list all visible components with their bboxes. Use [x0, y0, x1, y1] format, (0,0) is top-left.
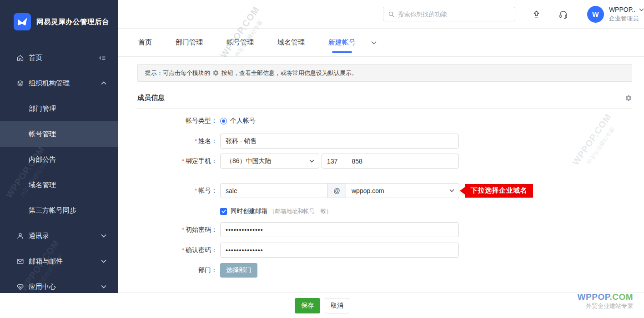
notice-text-after: 按钮，查看全部信息，或将常用信息设为默认展示。	[221, 69, 357, 77]
create-mailbox-row: 同时创建邮箱 （邮箱地址和帐号一致）	[220, 207, 644, 215]
account-input[interactable]	[220, 183, 328, 198]
sidebar-menu: 首页 组织机构管理 部门管理 帐号管理 内部公告 域名管理 第三方帐号同步 通讯…	[0, 45, 118, 293]
password-row: *初始密码：	[137, 222, 644, 237]
name-label: *姓名：	[137, 137, 217, 145]
sidebar-item-department-management[interactable]: 部门管理	[0, 96, 118, 121]
sidebar-item-home[interactable]: 首页	[0, 45, 118, 70]
required-mark: *	[195, 187, 197, 194]
mail-icon	[16, 258, 24, 265]
at-separator: @	[327, 183, 346, 198]
department-row: 部门： 选择部门	[137, 263, 644, 278]
brand-blue-text: WPPOP	[578, 292, 610, 302]
label-text: 部门：	[198, 266, 217, 273]
account-type-label: 帐号类型：	[137, 117, 217, 125]
phone-region-value: （86）中国大陆	[226, 157, 272, 165]
phone-row: *绑定手机： （86）中国大陆	[137, 154, 644, 169]
sidebar-item-label: 第三方帐号同步	[29, 206, 76, 215]
headset-icon[interactable]	[558, 10, 568, 19]
sidebar-collapse-icon[interactable]	[99, 54, 106, 62]
tab-label: 部门管理	[176, 38, 203, 47]
main-content: 提示：可点击每个模块的 按钮，查看全部信息，或将常用信息设为默认展示。 成员信息…	[118, 57, 644, 293]
tab-domain-management[interactable]: 域名管理	[277, 29, 305, 57]
tabs-chevron-down-icon[interactable]	[371, 41, 377, 45]
gem-icon	[16, 283, 24, 291]
tabbar: 首页 部门管理 帐号管理 域名管理 新建帐号	[118, 29, 644, 57]
sidebar-item-contacts[interactable]: 通讯录	[0, 223, 118, 248]
user-menu[interactable]: WPPOP..	[609, 5, 644, 14]
badge-arrow-left	[460, 187, 465, 194]
create-mailbox-checkbox[interactable]	[220, 208, 227, 215]
tab-label: 首页	[138, 38, 152, 47]
confirm-password-label: *确认密码：	[137, 246, 217, 254]
domain-value: wppop.com	[352, 187, 384, 194]
chevron-up-icon	[101, 81, 106, 85]
search-box[interactable]	[383, 7, 515, 21]
tab-department-management[interactable]: 部门管理	[176, 29, 203, 57]
app-logo-row: 网易灵犀办公管理后台	[0, 0, 118, 31]
sidebar-item-mailbox[interactable]: 邮箱与邮件	[0, 248, 118, 274]
password-label: *初始密码：	[137, 226, 217, 234]
brand-subtext: 外贸企业建站专家	[578, 303, 633, 310]
sidebar-item-label: 内部公告	[29, 155, 56, 164]
phone-input[interactable]	[322, 154, 459, 169]
section-header: 成员信息	[137, 94, 632, 109]
search-icon	[388, 11, 395, 18]
sidebar-item-account-management[interactable]: 帐号管理	[0, 121, 118, 147]
chevron-down-icon	[449, 189, 454, 192]
user-name: WPPOP..	[609, 5, 635, 14]
account-label: *帐号：	[137, 187, 217, 195]
name-input[interactable]	[220, 134, 459, 149]
sidebar-item-label: 域名管理	[29, 181, 56, 189]
upload-icon[interactable]	[532, 10, 541, 19]
sidebar-item-app-center[interactable]: 应用中心	[0, 274, 118, 293]
brand-watermark: WPPOP.COM 外贸企业建站专家	[578, 292, 633, 310]
sidebar-item-third-party-sync[interactable]: 第三方帐号同步	[0, 198, 118, 223]
label-text: 帐号类型：	[186, 117, 217, 124]
chevron-down-icon	[101, 285, 106, 288]
brand-green-text: .COM	[609, 292, 633, 302]
phone-region-select[interactable]: （86）中国大陆	[220, 154, 319, 169]
password-input[interactable]	[220, 222, 459, 237]
section-title: 成员信息	[137, 94, 165, 102]
section-gear-icon[interactable]	[625, 94, 632, 102]
personal-account-radio[interactable]	[220, 118, 227, 124]
sidebar-item-label: 首页	[29, 54, 42, 62]
tab-label: 新建帐号	[328, 38, 356, 47]
sidebar-item-domain-management[interactable]: 域名管理	[0, 172, 118, 198]
name-row: *姓名：	[137, 134, 644, 149]
sidebar-item-org-management[interactable]: 组织机构管理	[0, 70, 118, 96]
label-text: 初始密码：	[186, 226, 217, 233]
topbar: W WPPOP.. 企业管理员	[118, 0, 644, 29]
confirm-password-input[interactable]	[220, 243, 459, 258]
avatar-letter: W	[592, 10, 599, 18]
required-mark: *	[182, 226, 184, 233]
sidebar-item-internal-announcement[interactable]: 内部公告	[0, 147, 118, 172]
tab-account-management[interactable]: 帐号管理	[226, 29, 254, 57]
select-department-button[interactable]: 选择部门	[220, 263, 257, 278]
save-button[interactable]: 保存	[295, 298, 320, 313]
account-type-row: 帐号类型： 个人帐号	[137, 117, 644, 125]
tab-label: 帐号管理	[226, 38, 254, 47]
sidebar-item-label: 应用中心	[29, 283, 56, 291]
label-text: 绑定手机：	[186, 157, 217, 164]
member-form: 帐号类型： 个人帐号 *姓名： *绑定手机： （86）中国大陆 *帐号： @ w…	[118, 117, 644, 278]
account-row: *帐号： @ wppop.com 下拉选择企业域名	[137, 183, 644, 198]
avatar[interactable]: W	[587, 6, 604, 23]
search-input[interactable]	[398, 11, 510, 18]
chevron-down-icon	[639, 8, 644, 11]
cancel-button[interactable]: 取消	[325, 298, 349, 313]
gear-icon	[212, 70, 219, 76]
confirm-password-row: *确认密码：	[137, 243, 644, 258]
domain-select[interactable]: wppop.com	[346, 183, 459, 198]
sidebar-item-label: 部门管理	[29, 104, 56, 113]
label-text: 姓名：	[198, 137, 217, 144]
sidebar-item-label: 组织机构管理	[29, 79, 70, 88]
person-icon	[16, 232, 24, 240]
user-meta: WPPOP.. 企业管理员	[609, 5, 644, 22]
domain-tip-text: 下拉选择企业域名	[465, 184, 533, 198]
department-label: 部门：	[137, 266, 217, 274]
label-text: 确认密码：	[186, 246, 217, 253]
tab-new-account[interactable]: 新建帐号	[328, 29, 356, 57]
tab-home[interactable]: 首页	[138, 29, 152, 57]
sidebar-item-label: 邮箱与邮件	[29, 257, 63, 266]
